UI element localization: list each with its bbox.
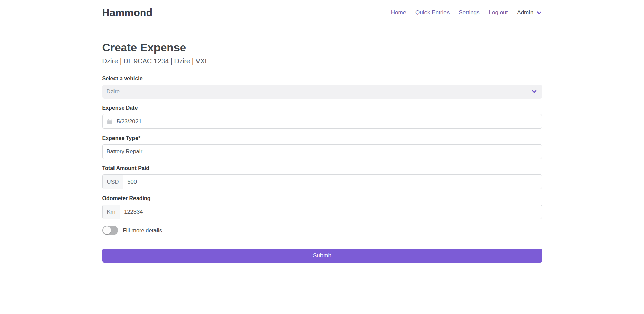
total-amount-group: Total Amount Paid USD (102, 165, 542, 189)
vehicle-select-value: Dzire (107, 88, 120, 95)
fill-more-details-row: Fill more details (102, 226, 542, 235)
page-title: Create Expense (102, 41, 542, 54)
submit-button[interactable]: Submit (102, 249, 542, 263)
vehicle-select-group: Select a vehicle Dzire (102, 76, 542, 99)
fill-more-details-toggle[interactable] (102, 226, 118, 235)
page-container: Hammond Home Quick Entries Settings Log … (102, 0, 542, 263)
brand-logo[interactable]: Hammond (102, 7, 153, 18)
expense-type-input[interactable] (103, 145, 542, 159)
toggle-knob (103, 226, 111, 234)
odometer-group: Odometer Reading Km (102, 195, 542, 219)
expense-date-label: Expense Date (102, 105, 542, 111)
fill-more-details-label: Fill more details (123, 227, 162, 234)
vehicle-select[interactable]: Dzire (102, 85, 542, 99)
expense-date-group: Expense Date (102, 105, 542, 129)
expense-date-inputbox (102, 114, 542, 129)
nav-item-quick-entries[interactable]: Quick Entries (415, 9, 450, 16)
total-amount-label: Total Amount Paid (102, 165, 542, 171)
calendar-icon (107, 119, 113, 124)
nav-item-settings[interactable]: Settings (459, 9, 479, 16)
top-header: Hammond Home Quick Entries Settings Log … (102, 0, 542, 20)
main-nav: Home Quick Entries Settings Log out Admi… (391, 9, 542, 16)
expense-type-label: Expense Type* (102, 135, 542, 141)
expense-type-group: Expense Type* (102, 135, 542, 159)
total-amount-inputbox: USD (102, 174, 542, 189)
odometer-input[interactable] (120, 205, 541, 219)
admin-user-menu[interactable]: Admin (517, 9, 542, 16)
odometer-label: Odometer Reading (102, 195, 542, 202)
create-expense-form: Select a vehicle Dzire Expense Date (102, 76, 542, 263)
admin-menu-label: Admin (517, 9, 533, 16)
expense-type-inputbox (102, 144, 542, 159)
vehicle-summary: Dzire | DL 9CAC 1234 | Dzire | VXI (102, 57, 542, 65)
vehicle-select-label: Select a vehicle (102, 76, 542, 82)
chevron-down-icon (536, 9, 542, 16)
nav-item-logout[interactable]: Log out (489, 9, 508, 16)
chevron-down-icon (531, 89, 537, 95)
expense-date-input[interactable] (113, 114, 542, 128)
odometer-inputbox: Km (102, 205, 542, 219)
distance-unit-prefix: Km (103, 205, 120, 219)
main-content: Create Expense Dzire | DL 9CAC 1234 | Dz… (102, 41, 542, 263)
nav-item-home[interactable]: Home (391, 9, 406, 16)
total-amount-input[interactable] (123, 175, 541, 189)
currency-prefix: USD (103, 175, 124, 189)
